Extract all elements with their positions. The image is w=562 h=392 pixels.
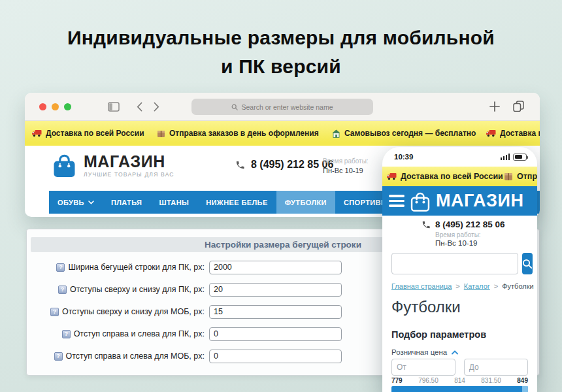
- mobile-marquee-banner: Доставка по всей России Отправка заказов…: [382, 167, 537, 186]
- work-hours-value: Пн-Вс 10-19: [435, 239, 528, 247]
- search-button[interactable]: [522, 253, 533, 274]
- truck-icon: [486, 129, 496, 137]
- mobile-search: [391, 253, 528, 274]
- new-tab-icon[interactable]: [489, 101, 500, 112]
- shopping-bag-icon: [410, 190, 430, 212]
- sidebar-toggle-icon[interactable]: [108, 102, 120, 112]
- phone-icon: [422, 220, 431, 229]
- battery-icon: [513, 154, 527, 161]
- setting-label: Отступы сверху и снизу для ПК, px:: [70, 285, 205, 294]
- shop-name: МАГАЗИН: [84, 153, 174, 170]
- back-icon[interactable]: [137, 102, 142, 112]
- page-title: Индивидуальные размеры для мобильной и П…: [0, 24, 562, 81]
- minimize-window-button[interactable]: [52, 103, 59, 110]
- marquee-item: Отправка заказов в день оформления: [157, 121, 319, 146]
- work-hours-label: Время работы:: [435, 231, 528, 238]
- marquee-item: Самовывоз сегодня — бесплатно: [332, 121, 476, 146]
- scale-label: 814: [454, 377, 465, 384]
- marquee-item-label: Отправка заказов в день оформления: [517, 172, 537, 181]
- help-icon[interactable]: ?: [58, 286, 67, 294]
- breadcrumb-current: Футболки: [502, 282, 533, 290]
- status-time: 10:39: [394, 153, 413, 161]
- marquee-banner: Доставка по всей России Отправка заказов…: [25, 121, 540, 146]
- page-title-line2: и ПК версий: [221, 56, 341, 77]
- truck-icon: [31, 129, 42, 137]
- breadcrumb-catalog-link[interactable]: Каталог: [464, 282, 490, 290]
- shopping-bag-icon: [52, 152, 76, 178]
- zoom-window-button[interactable]: [64, 103, 71, 110]
- setting-label: Отступ справа и слева для МОБ, px:: [66, 351, 205, 361]
- address-bar[interactable]: Search or enter website name: [191, 99, 373, 115]
- mobile-mockup: 10:39 Доставка по всей России Отправка з…: [382, 147, 537, 392]
- scale-label: 796.50: [418, 377, 438, 384]
- address-placeholder: Search or enter website name: [241, 103, 333, 111]
- shop-phone: 8 (495) 212 85 06: [235, 159, 333, 171]
- breadcrumb-home-link[interactable]: Главная страница: [391, 282, 452, 290]
- marquee-item-label: Доставка по всей России: [401, 172, 503, 181]
- promo-canvas: Индивидуальные размеры для мобильной и П…: [0, 0, 562, 392]
- marquee-item: Доставка по всей России: [486, 121, 540, 146]
- nav-item-tshirts[interactable]: ФУТБОЛКИ: [276, 191, 335, 214]
- scale-label: 849: [517, 377, 528, 384]
- hamburger-menu-icon[interactable]: [389, 195, 405, 207]
- mobile-content: 8 (495) 212 85 06 Время работы: Пн-Вс 10…: [382, 220, 537, 392]
- work-hours-label: Время работы:: [323, 157, 369, 166]
- page-title-line1: Индивидуальные размеры для мобильной: [67, 27, 495, 48]
- nav-item-dresses[interactable]: ПЛАТЬЯ: [103, 191, 151, 214]
- mobile-horizontal-padding-input[interactable]: [209, 350, 342, 363]
- help-icon[interactable]: ?: [54, 352, 63, 361]
- package-icon: [157, 129, 165, 138]
- forward-icon[interactable]: [154, 102, 159, 112]
- package-icon: [504, 172, 513, 181]
- nav-item-shoes[interactable]: ОБУВЬ: [49, 191, 103, 214]
- nav-item-pants[interactable]: ШТАНЫ: [150, 191, 197, 214]
- mobile-vertical-padding-input[interactable]: [209, 305, 342, 319]
- signal-icon: [501, 154, 510, 160]
- truck-icon: [386, 172, 397, 180]
- help-icon[interactable]: ?: [50, 308, 59, 316]
- pc-marquee-width-input[interactable]: [209, 261, 342, 274]
- marquee-item-label: Самовывоз сегодня — бесплатно: [344, 129, 476, 138]
- window-controls: [39, 103, 71, 110]
- work-hours: Время работы: Пн-Вс 10-19: [323, 157, 369, 175]
- setting-label: Ширина бегущей строки для ПК, px:: [68, 263, 205, 272]
- marquee-item-label: Доставка по всей России: [500, 129, 540, 138]
- setting-label: Отступы сверху и снизу для МОБ, px:: [62, 307, 205, 316]
- mobile-status-bar: 10:39: [382, 147, 537, 167]
- search-icon: [522, 259, 533, 269]
- shop-tagline: ЛУЧШИЕ ТОВАРЫ ДЛЯ ВАС: [84, 171, 174, 178]
- search-icon: [231, 104, 238, 110]
- price-from-input[interactable]: [391, 359, 455, 376]
- price-slider-track[interactable]: [391, 386, 528, 392]
- category-title: Футболки: [391, 298, 528, 316]
- chevron-down-icon: [88, 201, 94, 204]
- search-input[interactable]: [391, 253, 518, 274]
- pc-horizontal-padding-input[interactable]: [209, 327, 342, 341]
- work-hours: Время работы: Пн-Вс 10-19: [435, 231, 528, 247]
- house-icon: [332, 129, 340, 138]
- slider-handle[interactable]: [522, 386, 528, 392]
- shop-phone-number: 8 (495) 212 85 06: [435, 220, 505, 229]
- scale-label: 831.50: [481, 377, 501, 384]
- marquee-item: Доставка по всей России: [386, 167, 503, 186]
- help-icon[interactable]: ?: [56, 263, 65, 272]
- breadcrumb-separator: >: [455, 282, 459, 290]
- marquee-item: Отправка заказов в день оформления: [504, 167, 537, 186]
- tab-overview-icon[interactable]: [513, 101, 524, 112]
- price-scale: 779 796.50 814 831.50 849: [391, 377, 528, 384]
- breadcrumb-separator: >: [494, 282, 498, 290]
- marquee-item-label: Отправка заказов в день оформления: [169, 129, 319, 138]
- marquee-item: Доставка по всей России: [31, 121, 144, 146]
- nav-item-underwear[interactable]: НИЖНЕЕ БЕЛЬЕ: [197, 191, 276, 214]
- price-range-inputs: [391, 359, 528, 376]
- phone-icon: [235, 160, 245, 170]
- pc-vertical-padding-input[interactable]: [209, 283, 342, 297]
- marquee-item-label: Доставка по всей России: [46, 129, 144, 138]
- price-to-input[interactable]: [464, 359, 528, 376]
- help-icon[interactable]: ?: [62, 330, 71, 338]
- price-filter-label: Розничная цена: [391, 348, 447, 356]
- shop-logo[interactable]: МАГАЗИН ЛУЧШИЕ ТОВАРЫ ДЛЯ ВАС: [52, 152, 174, 178]
- shop-phone-number: 8 (495) 212 85 06: [251, 159, 333, 171]
- price-filter-toggle[interactable]: Розничная цена: [391, 348, 528, 356]
- close-window-button[interactable]: [39, 103, 46, 110]
